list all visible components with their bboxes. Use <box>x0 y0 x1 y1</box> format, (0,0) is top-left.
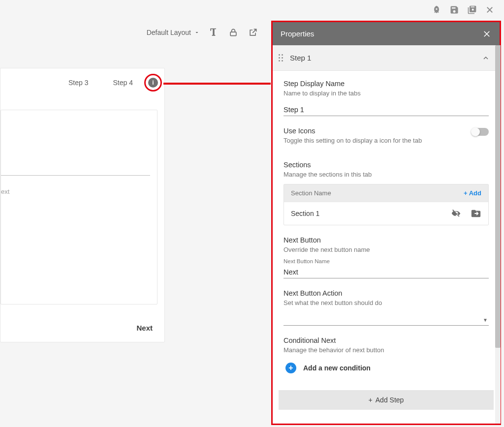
add-condition-row[interactable]: + Add a new condition <box>284 360 489 378</box>
sections-table: Section Name + Add Section 1 <box>284 184 489 225</box>
next-action-desc: Set what the next button should do <box>284 299 489 306</box>
use-icons-toggle[interactable] <box>472 128 489 136</box>
format-icon[interactable] <box>208 27 220 38</box>
next-action-input[interactable] <box>284 312 489 326</box>
next-action-label: Next Button Action <box>284 289 489 297</box>
conditional-next-desc: Manage the behavior of next button <box>284 346 489 354</box>
move-folder-icon[interactable] <box>471 208 481 219</box>
helper-text: ext <box>1 188 9 195</box>
input-line[interactable] <box>1 175 150 176</box>
table-row[interactable]: Section 1 <box>284 202 488 225</box>
visibility-off-icon[interactable] <box>451 208 462 219</box>
save-icon[interactable] <box>449 4 460 15</box>
plus-text-icon: + <box>369 396 373 404</box>
tabs-row: Step 3 Step 4 i <box>0 68 164 97</box>
info-annotation: i <box>144 74 162 92</box>
form-inner-card: ext <box>0 110 158 305</box>
annotation-connector <box>163 83 271 85</box>
row-actions <box>451 208 481 219</box>
lock-icon[interactable] <box>227 27 239 38</box>
next-button-label: Next Button <box>284 236 489 244</box>
next-action-dropdown[interactable]: ▼ <box>284 312 489 326</box>
panel-body: Step 1 Step Display Name Name to display… <box>273 45 500 424</box>
chevron-up-icon[interactable] <box>482 54 490 62</box>
tab-step-3[interactable]: Step 3 <box>68 79 88 87</box>
panel-close-button[interactable] <box>482 29 492 39</box>
panel-header: Properties <box>273 22 500 45</box>
panel-title: Properties <box>281 30 314 38</box>
plus-icon[interactable]: + <box>285 363 296 373</box>
close-icon[interactable] <box>484 4 495 15</box>
step-accordion-header[interactable]: Step 1 <box>273 45 500 71</box>
drag-handle-icon[interactable] <box>279 54 283 61</box>
scrollbar-thumb[interactable] <box>495 45 501 348</box>
next-button-desc: Override the next button name <box>284 246 489 253</box>
display-name-desc: Name to display in the tabs <box>284 90 489 97</box>
add-condition-label: Add a new condition <box>303 364 371 372</box>
layout-select[interactable]: Default Layout <box>147 29 200 36</box>
next-button-name-input[interactable] <box>284 265 489 278</box>
info-icon[interactable]: i <box>148 78 158 88</box>
layout-toolbar: Default Layout <box>0 23 266 42</box>
svg-rect-0 <box>230 32 236 36</box>
accordion-title: Step 1 <box>290 54 475 62</box>
display-name-block: Step Display Name Name to display in the… <box>273 71 500 118</box>
sections-table-header: Section Name + Add <box>284 184 488 202</box>
sections-block: Sections Manage the sections in this tab… <box>273 152 500 227</box>
section-name-header: Section Name <box>291 189 331 197</box>
conditional-next-block: Conditional Next Manage the behavior of … <box>273 328 500 385</box>
next-button-block: Next Button Override the next button nam… <box>273 227 500 280</box>
sections-label: Sections <box>284 161 489 169</box>
next-action-block: Next Button Action Set what the next but… <box>273 280 500 328</box>
open-external-icon[interactable] <box>247 27 259 38</box>
sections-desc: Manage the sections in this tab <box>284 171 489 178</box>
rocket-icon[interactable] <box>431 4 442 15</box>
conditional-next-label: Conditional Next <box>284 336 489 344</box>
properties-panel: Properties Step 1 Step Display Name Name… <box>271 21 501 425</box>
next-button-field-label: Next Button Name <box>284 258 489 264</box>
add-step-button[interactable]: + Add Step <box>279 390 494 410</box>
tab-step-4[interactable]: Step 4 <box>113 79 133 87</box>
scrollbar[interactable] <box>495 45 501 424</box>
save-all-icon[interactable] <box>467 4 477 15</box>
next-button[interactable]: Next <box>136 324 153 332</box>
display-name-input[interactable] <box>284 103 489 116</box>
use-icons-label: Use Icons <box>284 127 422 135</box>
use-icons-desc: Toggle this setting on to display a icon… <box>284 137 422 144</box>
section-name-cell: Section 1 <box>291 210 319 217</box>
display-name-label: Step Display Name <box>284 80 489 88</box>
add-step-label: Add Step <box>376 396 404 404</box>
use-icons-block: Use Icons Toggle this setting on to disp… <box>273 118 500 152</box>
form-card: Step 3 Step 4 i ext Next <box>0 68 165 342</box>
layout-label: Default Layout <box>147 29 191 36</box>
chevron-down-icon <box>194 30 200 35</box>
top-icon-bar <box>431 0 504 20</box>
add-section-button[interactable]: + Add <box>464 189 481 197</box>
